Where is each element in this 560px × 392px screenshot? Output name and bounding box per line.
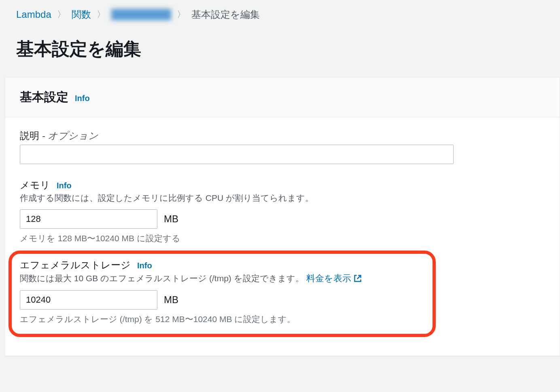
info-link-panel[interactable]: Info: [75, 94, 90, 103]
description-section: 説明 - オプション: [20, 129, 545, 164]
panel-header: 基本設定 Info: [5, 78, 560, 117]
breadcrumb-lambda[interactable]: Lambda: [16, 9, 51, 20]
ephemeral-hint-text: 関数には最大 10 GB のエフェメラルストレージ (/tmp) を設定できます…: [20, 274, 304, 283]
basic-settings-panel: 基本設定 Info 説明 - オプション メモリ Info 作成する関数には、設…: [5, 77, 560, 356]
chevron-right-icon: 〉: [97, 8, 106, 21]
breadcrumb-function-name[interactable]: ████████: [111, 9, 171, 20]
ephemeral-hint: 関数には最大 10 GB のエフェメラルストレージ (/tmp) を設定できます…: [20, 272, 545, 285]
pricing-link[interactable]: 料金を表示: [306, 272, 362, 285]
memory-section: メモリ Info 作成する関数には、設定したメモリに比例する CPU が割り当て…: [20, 179, 545, 244]
ephemeral-section: エフェメラルストレージ Info 関数には最大 10 GB のエフェメラルストレ…: [20, 259, 545, 325]
panel-body: 説明 - オプション メモリ Info 作成する関数には、設定したメモリに比例す…: [5, 117, 560, 356]
external-link-icon: [354, 274, 362, 282]
memory-hint: 作成する関数には、設定したメモリに比例する CPU が割り当てられます。: [20, 192, 545, 204]
pricing-link-text: 料金を表示: [306, 272, 351, 285]
memory-input[interactable]: [20, 209, 157, 229]
info-link-memory[interactable]: Info: [57, 181, 72, 190]
memory-label: メモリ: [20, 179, 50, 192]
panel-title: 基本設定: [20, 89, 68, 105]
chevron-right-icon: 〉: [57, 8, 66, 21]
chevron-right-icon: 〉: [177, 8, 186, 21]
description-input[interactable]: [20, 145, 454, 164]
ephemeral-range: エフェメラルストレージ (/tmp) を 512 MB〜10240 MB に設定…: [20, 314, 545, 325]
description-label-text: 説明: [20, 130, 39, 141]
breadcrumb-current: 基本設定を編集: [191, 8, 260, 21]
info-link-ephemeral[interactable]: Info: [137, 261, 152, 270]
page-title: 基本設定を編集: [0, 25, 560, 77]
description-label: 説明 - オプション: [20, 129, 545, 142]
memory-unit: MB: [164, 213, 178, 225]
ephemeral-input[interactable]: [20, 290, 157, 310]
ephemeral-label: エフェメラルストレージ: [20, 259, 131, 272]
breadcrumb: Lambda 〉 関数 〉 ████████ 〉 基本設定を編集: [0, 0, 560, 25]
ephemeral-unit: MB: [164, 294, 178, 306]
breadcrumb-functions[interactable]: 関数: [72, 8, 91, 21]
memory-range: メモリを 128 MB〜10240 MB に設定する: [20, 233, 545, 244]
description-optional: - オプション: [39, 130, 98, 141]
